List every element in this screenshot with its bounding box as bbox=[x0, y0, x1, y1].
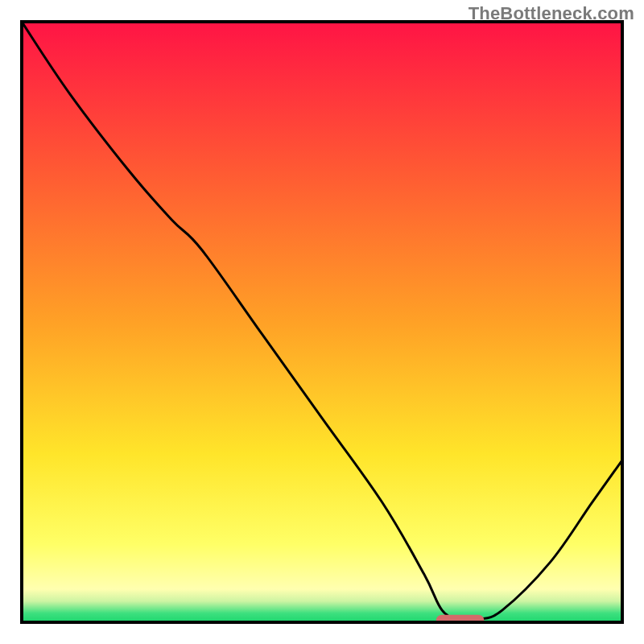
chart-stage: TheBottleneck.com bbox=[0, 0, 644, 644]
optimal-marker bbox=[436, 615, 485, 626]
gradient-background bbox=[22, 22, 622, 622]
plot-area bbox=[22, 22, 622, 626]
watermark-text: TheBottleneck.com bbox=[469, 3, 634, 24]
bottleneck-chart bbox=[0, 0, 644, 644]
